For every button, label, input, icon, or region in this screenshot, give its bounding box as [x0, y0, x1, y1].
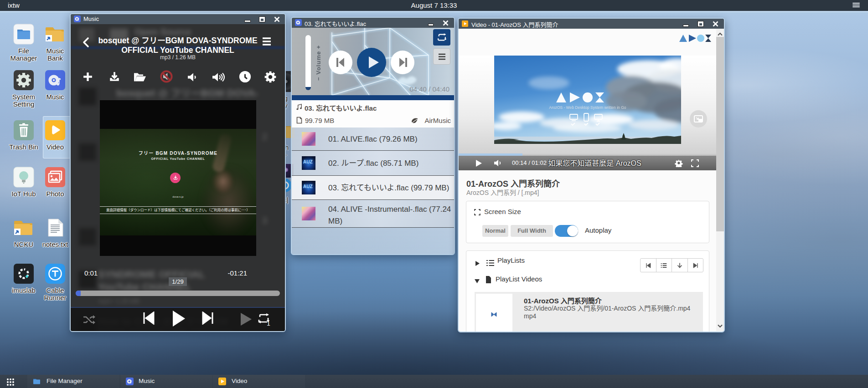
svg-text:ArozOS - Web Desktop System wr: ArozOS - Web Desktop System written in G… [549, 105, 626, 110]
